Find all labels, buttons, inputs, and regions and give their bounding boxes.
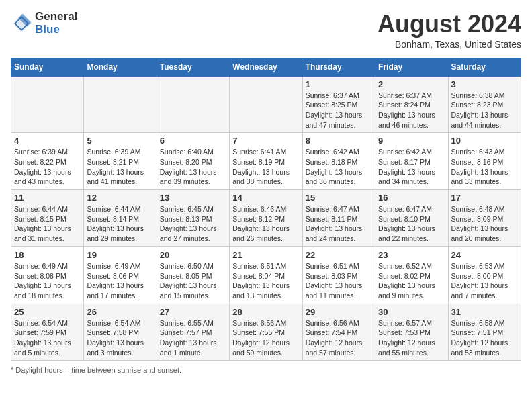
calendar-cell: 24Sunrise: 6:53 AM Sunset: 8:00 PM Dayli… [448,246,521,304]
day-number: 8 [306,136,372,146]
calendar-cell: 14Sunrise: 6:46 AM Sunset: 8:12 PM Dayli… [230,190,302,247]
day-info: Sunrise: 6:49 AM Sunset: 8:06 PM Dayligh… [87,261,153,301]
day-info: Sunrise: 6:57 AM Sunset: 7:53 PM Dayligh… [378,318,445,358]
weekday-friday: Friday [375,58,448,76]
week-row-2: 11Sunrise: 6:44 AM Sunset: 8:15 PM Dayli… [11,190,521,247]
day-info: Sunrise: 6:37 AM Sunset: 8:24 PM Dayligh… [378,91,445,130]
day-info: Sunrise: 6:42 AM Sunset: 8:18 PM Dayligh… [306,147,372,187]
week-row-4: 25Sunrise: 6:54 AM Sunset: 7:59 PM Dayli… [11,304,521,361]
day-info: Sunrise: 6:56 AM Sunset: 7:54 PM Dayligh… [306,318,372,358]
day-info: Sunrise: 6:47 AM Sunset: 8:10 PM Dayligh… [378,204,445,244]
day-info: Sunrise: 6:54 AM Sunset: 7:58 PM Dayligh… [87,318,153,358]
day-info: Sunrise: 6:39 AM Sunset: 8:21 PM Dayligh… [87,147,153,187]
calendar-cell [157,76,229,133]
day-number: 26 [87,307,153,317]
calendar-cell: 11Sunrise: 6:44 AM Sunset: 8:15 PM Dayli… [11,190,84,247]
day-number: 21 [232,250,299,260]
day-number: 4 [14,136,81,146]
day-info: Sunrise: 6:51 AM Sunset: 8:04 PM Dayligh… [232,261,299,301]
calendar: SundayMondayTuesdayWednesdayThursdayFrid… [11,58,521,361]
day-info: Sunrise: 6:42 AM Sunset: 8:17 PM Dayligh… [378,147,445,187]
day-number: 3 [451,79,518,89]
calendar-cell: 29Sunrise: 6:56 AM Sunset: 7:54 PM Dayli… [302,304,375,361]
day-number: 15 [306,193,372,203]
calendar-cell: 6Sunrise: 6:40 AM Sunset: 8:20 PM Daylig… [157,133,229,190]
day-info: Sunrise: 6:39 AM Sunset: 8:22 PM Dayligh… [14,147,81,187]
weekday-sunday: Sunday [11,58,84,76]
weekday-thursday: Thursday [302,58,375,76]
month-year: August 2024 [378,11,521,38]
calendar-cell: 26Sunrise: 6:54 AM Sunset: 7:58 PM Dayli… [84,304,157,361]
calendar-cell [11,76,84,133]
calendar-cell: 12Sunrise: 6:44 AM Sunset: 8:14 PM Dayli… [84,190,157,247]
day-info: Sunrise: 6:46 AM Sunset: 8:12 PM Dayligh… [232,204,299,244]
day-number: 11 [14,193,81,203]
day-number: 10 [451,136,518,146]
day-info: Sunrise: 6:50 AM Sunset: 8:05 PM Dayligh… [160,261,226,301]
calendar-cell: 13Sunrise: 6:45 AM Sunset: 8:13 PM Dayli… [157,190,229,247]
calendar-cell: 1Sunrise: 6:37 AM Sunset: 8:25 PM Daylig… [302,76,375,133]
day-info: Sunrise: 6:41 AM Sunset: 8:19 PM Dayligh… [232,147,299,187]
day-info: Sunrise: 6:47 AM Sunset: 8:11 PM Dayligh… [306,204,372,244]
calendar-cell [230,76,302,133]
day-number: 5 [87,136,153,146]
day-number: 17 [451,193,518,203]
day-info: Sunrise: 6:44 AM Sunset: 8:14 PM Dayligh… [87,204,153,244]
logo-icon [11,13,32,34]
day-number: 24 [451,250,518,260]
calendar-cell: 27Sunrise: 6:55 AM Sunset: 7:57 PM Dayli… [157,304,229,361]
calendar-cell: 30Sunrise: 6:57 AM Sunset: 7:53 PM Dayli… [375,304,448,361]
day-number: 30 [378,307,445,317]
day-info: Sunrise: 6:43 AM Sunset: 8:16 PM Dayligh… [451,147,518,187]
day-info: Sunrise: 6:58 AM Sunset: 7:51 PM Dayligh… [451,318,518,358]
calendar-cell: 18Sunrise: 6:49 AM Sunset: 8:08 PM Dayli… [11,246,84,304]
day-info: Sunrise: 6:54 AM Sunset: 7:59 PM Dayligh… [14,318,81,358]
day-info: Sunrise: 6:56 AM Sunset: 7:55 PM Dayligh… [232,318,299,358]
calendar-cell: 20Sunrise: 6:50 AM Sunset: 8:05 PM Dayli… [157,246,229,304]
calendar-cell: 19Sunrise: 6:49 AM Sunset: 8:06 PM Dayli… [84,246,157,304]
day-number: 19 [87,250,153,260]
calendar-cell: 23Sunrise: 6:52 AM Sunset: 8:02 PM Dayli… [375,246,448,304]
calendar-body: 1Sunrise: 6:37 AM Sunset: 8:25 PM Daylig… [11,76,521,361]
day-number: 2 [378,79,445,89]
day-info: Sunrise: 6:53 AM Sunset: 8:00 PM Dayligh… [451,261,518,301]
day-number: 7 [232,136,299,146]
day-number: 18 [14,250,81,260]
calendar-cell: 4Sunrise: 6:39 AM Sunset: 8:22 PM Daylig… [11,133,84,190]
calendar-cell: 10Sunrise: 6:43 AM Sunset: 8:16 PM Dayli… [448,133,521,190]
weekday-saturday: Saturday [448,58,521,76]
calendar-cell: 16Sunrise: 6:47 AM Sunset: 8:10 PM Dayli… [375,190,448,247]
weekday-tuesday: Tuesday [157,58,229,76]
day-number: 6 [160,136,226,146]
day-number: 25 [14,307,81,317]
calendar-cell: 28Sunrise: 6:56 AM Sunset: 7:55 PM Dayli… [230,304,302,361]
day-number: 27 [160,307,226,317]
day-info: Sunrise: 6:38 AM Sunset: 8:23 PM Dayligh… [451,91,518,130]
day-number: 23 [378,250,445,260]
calendar-cell: 17Sunrise: 6:48 AM Sunset: 8:09 PM Dayli… [448,190,521,247]
calendar-cell: 5Sunrise: 6:39 AM Sunset: 8:21 PM Daylig… [84,133,157,190]
location: Bonham, Texas, United States [378,39,521,50]
header: General Blue August 2024 Bonham, Texas, … [11,11,521,50]
logo-text: General Blue [35,11,77,36]
day-info: Sunrise: 6:51 AM Sunset: 8:03 PM Dayligh… [306,261,372,301]
day-info: Sunrise: 6:37 AM Sunset: 8:25 PM Dayligh… [306,91,372,130]
calendar-cell: 15Sunrise: 6:47 AM Sunset: 8:11 PM Dayli… [302,190,375,247]
logo: General Blue [11,11,77,36]
day-info: Sunrise: 6:40 AM Sunset: 8:20 PM Dayligh… [160,147,226,187]
weekday-header-row: SundayMondayTuesdayWednesdayThursdayFrid… [11,58,521,76]
week-row-1: 4Sunrise: 6:39 AM Sunset: 8:22 PM Daylig… [11,133,521,190]
day-number: 1 [306,79,372,89]
day-number: 12 [87,193,153,203]
day-number: 13 [160,193,226,203]
day-info: Sunrise: 6:55 AM Sunset: 7:57 PM Dayligh… [160,318,226,358]
title-area: August 2024 Bonham, Texas, United States [378,11,521,50]
day-number: 20 [160,250,226,260]
footer-note: * Daylight hours = time between sunrise … [11,366,521,374]
day-number: 14 [232,193,299,203]
calendar-header: SundayMondayTuesdayWednesdayThursdayFrid… [11,58,521,76]
calendar-cell: 7Sunrise: 6:41 AM Sunset: 8:19 PM Daylig… [230,133,302,190]
calendar-cell: 25Sunrise: 6:54 AM Sunset: 7:59 PM Dayli… [11,304,84,361]
day-info: Sunrise: 6:52 AM Sunset: 8:02 PM Dayligh… [378,261,445,301]
week-row-3: 18Sunrise: 6:49 AM Sunset: 8:08 PM Dayli… [11,246,521,304]
